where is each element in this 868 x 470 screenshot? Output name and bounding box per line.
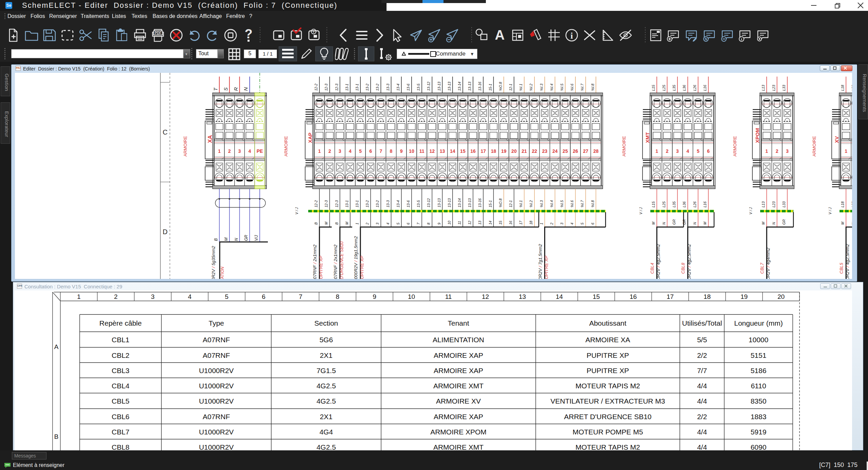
svg-text:3: 3 xyxy=(560,223,564,225)
svg-text:M: M xyxy=(345,222,349,225)
svg-text:CBL1: CBL1 xyxy=(112,336,130,344)
svg-text:10: 10 xyxy=(408,293,415,300)
svg-text:3: 3 xyxy=(786,148,789,154)
svg-text:4/4: 4/4 xyxy=(697,428,707,436)
svg-text:U1000R2V: U1000R2V xyxy=(199,367,234,374)
svg-text:23: 23 xyxy=(542,148,548,154)
svg-text:%I.3: %I.3 xyxy=(539,84,544,91)
svg-text:2: 2 xyxy=(228,148,231,154)
svg-text:ARMOIRE: ARMOIRE xyxy=(183,136,188,157)
svg-text:5: 5 xyxy=(697,148,699,154)
svg-text:U1000R2V / 4g2,5mm2: U1000R2V / 4g2,5mm2 xyxy=(656,244,661,279)
svg-text:ARMOIRE: ARMOIRE xyxy=(622,136,627,157)
svg-text:13: 13 xyxy=(519,293,526,300)
svg-text:GR: GR xyxy=(244,235,249,241)
svg-text:13-4: 13-4 xyxy=(396,84,400,91)
svg-text:L35: L35 xyxy=(672,85,676,91)
svg-text:12: 12 xyxy=(430,148,435,154)
svg-text:L13: L13 xyxy=(761,85,765,91)
svg-text:8: 8 xyxy=(390,148,393,154)
svg-text:5: 5 xyxy=(359,148,362,154)
svg-text:N: N xyxy=(705,37,707,41)
svg-text:A07RNF / 2x1mm2: A07RNF / 2x1mm2 xyxy=(312,244,317,279)
svg-text:13-4: 13-4 xyxy=(396,200,400,207)
svg-text:5186: 5186 xyxy=(751,367,767,374)
svg-text:11: 11 xyxy=(445,293,452,300)
svg-text:V / J: V / J xyxy=(749,207,753,214)
svg-text:R: R xyxy=(233,87,239,91)
svg-text:16: 16 xyxy=(509,221,513,225)
svg-text:PUPITRE XP: PUPITRE XP xyxy=(544,256,549,279)
svg-text:i: i xyxy=(313,29,314,34)
svg-text:4/4: 4/4 xyxy=(697,382,707,390)
svg-text:13-12: 13-12 xyxy=(427,82,431,91)
svg-text:PUPITRE XP: PUPITRE XP xyxy=(318,256,323,279)
svg-text:5919: 5919 xyxy=(751,428,767,436)
svg-text:6: 6 xyxy=(591,223,595,225)
svg-text:1: 1 xyxy=(845,148,847,154)
svg-text:1: 1 xyxy=(355,223,359,225)
svg-text:9: 9 xyxy=(437,223,441,225)
svg-text:4: 4 xyxy=(386,223,390,225)
svg-text:XAP: XAP xyxy=(307,132,313,143)
svg-text:N: N xyxy=(851,222,852,225)
svg-text:i: i xyxy=(570,31,573,41)
svg-text:4G2.5: 4G2.5 xyxy=(316,397,336,405)
svg-text:4G2.5: 4G2.5 xyxy=(316,443,336,451)
svg-text:13-13: 13-13 xyxy=(437,198,441,207)
svg-text:CBL8: CBL8 xyxy=(112,443,130,451)
svg-text:L25: L25 xyxy=(662,85,666,91)
svg-text:GR: GR xyxy=(782,219,786,225)
svg-text:2X1: 2X1 xyxy=(320,413,332,421)
svg-text:Section: Section xyxy=(314,319,338,327)
svg-text:%I.4: %I.4 xyxy=(550,200,554,207)
svg-text:13-2: 13-2 xyxy=(375,200,379,207)
svg-text:ARMOIRE: ARMOIRE xyxy=(812,136,817,157)
svg-text:13-14: 13-14 xyxy=(457,82,461,91)
svg-text:12-3: 12-3 xyxy=(324,200,328,207)
svg-text:%I.5: %I.5 xyxy=(560,84,564,91)
svg-text:12-3: 12-3 xyxy=(335,200,339,207)
svg-text:10000: 10000 xyxy=(749,336,768,344)
svg-text:ARMOIRE XMT: ARMOIRE XMT xyxy=(433,382,484,390)
svg-text:18: 18 xyxy=(529,221,533,225)
svg-text:4/4: 4/4 xyxy=(697,397,707,405)
svg-text:L33: L33 xyxy=(782,201,786,207)
svg-text:L13: L13 xyxy=(761,201,765,207)
svg-text:2: 2 xyxy=(328,148,331,154)
svg-text:6: 6 xyxy=(369,148,372,154)
svg-text:N: N xyxy=(243,87,249,91)
svg-text:4/4: 4/4 xyxy=(697,443,707,451)
svg-text:15-1: 15-1 xyxy=(488,200,492,207)
svg-text:12: 12 xyxy=(468,221,472,225)
svg-text:17: 17 xyxy=(667,293,674,300)
svg-text:2: 2 xyxy=(550,223,554,225)
svg-text:5: 5 xyxy=(225,293,229,300)
svg-text:12-1: 12-1 xyxy=(509,84,513,91)
svg-text:A: A xyxy=(495,27,505,42)
svg-text:%I.6: %I.6 xyxy=(570,200,574,207)
svg-text:%I.3: %I.3 xyxy=(539,200,544,207)
svg-text:25: 25 xyxy=(563,148,568,154)
svg-text:%O.8: %O.8 xyxy=(498,82,502,91)
svg-text:Tenant: Tenant xyxy=(448,319,469,327)
svg-text:14: 14 xyxy=(556,293,563,300)
svg-text:22: 22 xyxy=(532,148,537,154)
svg-text:1: 1 xyxy=(318,148,321,154)
svg-text:L23: L23 xyxy=(772,201,776,207)
svg-text:ARMOIRE: ARMOIRE xyxy=(283,136,289,157)
svg-text:L35: L35 xyxy=(672,201,676,207)
svg-text:U1000R2V / 5g35mm2: U1000R2V / 5g35mm2 xyxy=(211,246,216,279)
svg-text:%I.7: %I.7 xyxy=(580,83,584,91)
svg-text:L18: L18 xyxy=(841,85,845,91)
svg-text:6: 6 xyxy=(707,148,710,154)
svg-text:CBL5: CBL5 xyxy=(839,263,844,274)
svg-text:13-6: 13-6 xyxy=(406,200,410,207)
svg-text:ARMOIRE XA: ARMOIRE XA xyxy=(586,336,630,344)
svg-text:7G1.5: 7G1.5 xyxy=(316,367,336,374)
svg-text:ARMOIRE XAP: ARMOIRE XAP xyxy=(434,367,483,374)
svg-text:2: 2 xyxy=(776,148,778,154)
svg-text:9: 9 xyxy=(373,293,376,300)
svg-text:7: 7 xyxy=(299,293,302,300)
svg-text:10: 10 xyxy=(447,221,451,225)
